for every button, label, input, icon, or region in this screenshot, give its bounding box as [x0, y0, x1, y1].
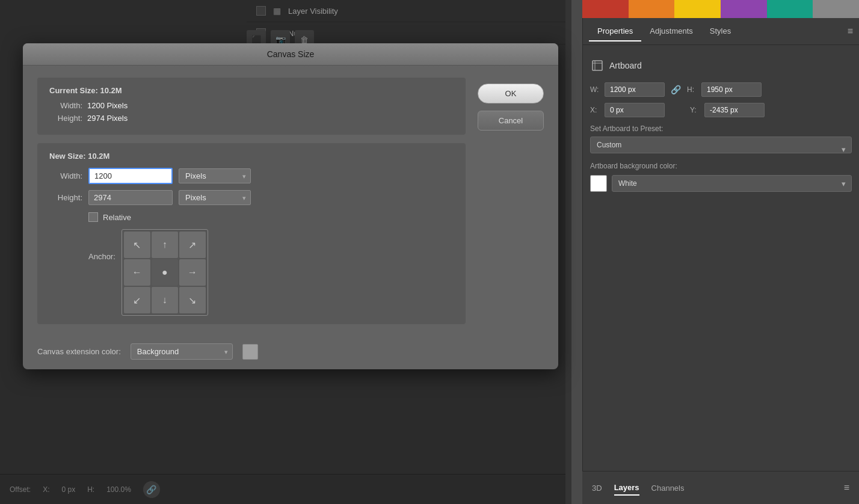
- thumb-image: [813, 0, 859, 18]
- dialog-buttons: OK Cancel: [478, 78, 544, 324]
- artboard-icon: [590, 58, 605, 73]
- width-field[interactable]: [605, 82, 665, 97]
- dialog-footer: Canvas extension color: Background Foreg…: [23, 336, 558, 369]
- wh-row: W: 🔗 H:: [590, 82, 852, 97]
- tab-channels[interactable]: Channels: [651, 481, 685, 495]
- anchor-bottom-left[interactable]: ↙: [124, 287, 150, 313]
- y-label: Y:: [690, 106, 701, 114]
- width-unit-select[interactable]: Pixels Percent Inches Centimeters: [179, 168, 251, 183]
- extension-select-wrapper: Background Foreground White Black Gray O…: [131, 343, 233, 360]
- current-height-row: Height: 2974 Pixels: [49, 114, 454, 123]
- current-width-label: Width:: [49, 101, 82, 110]
- anchor-top-center[interactable]: ↑: [152, 232, 178, 258]
- height-unit-select[interactable]: Pixels Percent Inches Centimeters: [179, 190, 251, 205]
- new-width-label: Width:: [49, 171, 82, 180]
- tab-layers[interactable]: Layers: [614, 481, 639, 496]
- dialog-body: Current Size: 10.2M Width: 1200 Pixels H…: [23, 66, 558, 336]
- extension-color-swatch[interactable]: [242, 344, 258, 360]
- new-height-input[interactable]: [88, 190, 173, 205]
- anchor-label: Anchor:: [88, 229, 115, 261]
- preset-select[interactable]: Custom iPhone SE iPhone 12 Pro iPad Desk…: [590, 137, 852, 153]
- tab-styles[interactable]: Styles: [701, 22, 739, 41]
- current-size-title: Current Size: 10.2M: [49, 86, 454, 95]
- bottom-panel-tabs: 3D Layers Channels ≡: [582, 471, 859, 504]
- anchor-bottom-right[interactable]: ↘: [179, 287, 206, 313]
- right-panel: Properties Adjustments Styles ≡ Artboard…: [582, 0, 859, 504]
- color-select-wrapper: White Black Transparent Custom: [612, 175, 852, 192]
- current-height-value: 2974 Pixels: [87, 114, 128, 123]
- extension-color-label: Canvas extension color:: [37, 347, 121, 356]
- artboard-header: Artboard: [590, 58, 852, 73]
- dialog-titlebar: Canvas Size: [23, 43, 558, 66]
- xy-row: X: Y:: [590, 103, 852, 117]
- preset-section: Set Artboard to Preset: Custom iPhone SE…: [590, 124, 852, 162]
- relative-row: Relative: [88, 212, 454, 222]
- current-height-label: Height:: [49, 114, 82, 123]
- tab-properties[interactable]: Properties: [589, 22, 641, 41]
- new-width-row: Width: Pixels Percent Inches Centimeters: [49, 168, 454, 184]
- width-label: W:: [590, 85, 601, 94]
- new-height-row: Height: Pixels Percent Inches Centimeter…: [49, 190, 454, 205]
- bg-color-label: Artboard background color:: [590, 162, 852, 170]
- extension-color-select[interactable]: Background Foreground White Black Gray O…: [131, 343, 233, 360]
- relative-label: Relative: [103, 213, 131, 222]
- dialog-title: Canvas Size: [267, 49, 315, 59]
- color-select[interactable]: White Black Transparent Custom: [612, 175, 852, 192]
- current-width-row: Width: 1200 Pixels: [49, 101, 454, 110]
- panel-tabs: Properties Adjustments Styles ≡: [583, 18, 859, 45]
- anchor-grid: ↖ ↑ ↗ ← ● → ↙ ↓ ↘: [122, 229, 208, 316]
- thumb-red: [582, 0, 629, 18]
- anchor-top-left[interactable]: ↖: [124, 232, 150, 258]
- bg-color-row: White Black Transparent Custom: [590, 175, 852, 192]
- anchor-row: Anchor: ↖ ↑ ↗ ← ● → ↙ ↓: [88, 229, 454, 316]
- thumb-teal: [767, 0, 813, 18]
- preset-select-wrapper: Custom iPhone SE iPhone 12 Pro iPad Desk…: [590, 137, 852, 162]
- thumbnail-strip: [582, 0, 859, 18]
- y-field[interactable]: [704, 103, 765, 117]
- bg-color-section: Artboard background color: White Black T…: [590, 162, 852, 192]
- anchor-top-right[interactable]: ↗: [179, 232, 206, 258]
- relative-checkbox[interactable]: [88, 212, 98, 222]
- height-unit-wrapper: Pixels Percent Inches Centimeters: [179, 190, 251, 205]
- tab-adjustments[interactable]: Adjustments: [641, 22, 701, 41]
- new-size-section: New Size: 10.2M Width: Pixels Percent In…: [37, 143, 466, 324]
- preset-label: Set Artboard to Preset:: [590, 124, 852, 133]
- artboard-title: Artboard: [609, 61, 642, 70]
- link-icon[interactable]: 🔗: [668, 85, 683, 94]
- dialog-left-content: Current Size: 10.2M Width: 1200 Pixels H…: [37, 78, 466, 324]
- thumb-purple: [721, 0, 767, 18]
- panel-menu-icon[interactable]: ≡: [848, 26, 853, 37]
- height-field[interactable]: [701, 82, 762, 97]
- thumb-gold: [674, 0, 721, 18]
- canvas-size-dialog: Canvas Size Current Size: 10.2M Width: 1…: [23, 43, 558, 369]
- anchor-middle-left[interactable]: ←: [124, 259, 150, 286]
- anchor-bottom-center[interactable]: ↓: [152, 287, 178, 313]
- height-label: H:: [687, 85, 698, 94]
- new-height-label: Height:: [49, 193, 82, 202]
- tab-3d[interactable]: 3D: [592, 481, 602, 495]
- anchor-middle-right[interactable]: →: [179, 259, 206, 286]
- svg-rect-0: [593, 61, 602, 70]
- dialog-overlay: Canvas Size Current Size: 10.2M Width: 1…: [0, 0, 571, 504]
- properties-body: Artboard W: 🔗 H: X: Y: Set Artboard to P…: [583, 45, 859, 199]
- current-width-value: 1200 Pixels: [87, 101, 128, 110]
- color-swatch[interactable]: [590, 175, 607, 192]
- x-field[interactable]: [605, 103, 665, 117]
- anchor-middle-center[interactable]: ●: [152, 259, 178, 286]
- cancel-button[interactable]: Cancel: [478, 111, 544, 131]
- width-unit-wrapper: Pixels Percent Inches Centimeters: [179, 168, 251, 183]
- thumb-orange: [629, 0, 675, 18]
- new-size-title: New Size: 10.2M: [49, 152, 454, 161]
- bottom-panel-menu-icon[interactable]: ≡: [844, 482, 849, 493]
- x-label: X:: [590, 106, 601, 114]
- ok-button[interactable]: OK: [478, 84, 544, 103]
- current-size-section: Current Size: 10.2M Width: 1200 Pixels H…: [37, 78, 466, 135]
- new-width-input[interactable]: [88, 168, 173, 184]
